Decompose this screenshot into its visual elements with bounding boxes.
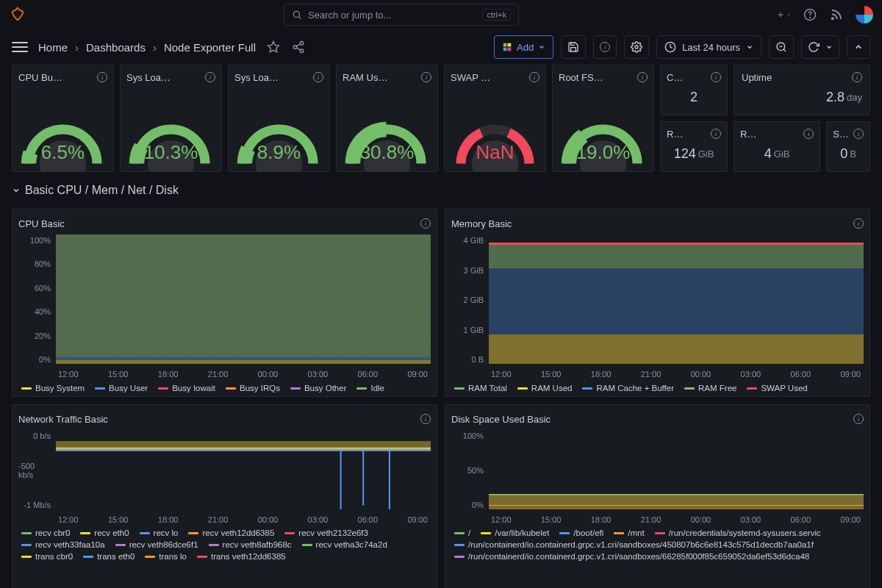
memory-basic-panel[interactable]: Memory Basici 4 GiB3 GiB2 GiB1 GiB0 B 12… — [445, 209, 870, 397]
gauge-panel[interactable]: Sys Loa…i 10.3% — [120, 65, 222, 172]
grafana-logo-icon[interactable] — [9, 6, 26, 24]
cpu-basic-panel[interactable]: CPU Basici 100%80%60%40%20%0% 12:0015:00… — [12, 209, 437, 397]
uptime-stat[interactable]: Uptimei2.8day — [734, 65, 870, 115]
legend-item[interactable]: trans cbr0 — [21, 552, 73, 561]
legend-item[interactable]: RAM Total — [454, 383, 507, 393]
legend-swatch — [21, 544, 32, 546]
rss-icon[interactable] — [829, 7, 844, 22]
user-avatar[interactable] — [856, 6, 873, 24]
panel-title: Root FS… — [559, 72, 633, 83]
favorite-star-icon[interactable] — [266, 40, 281, 54]
global-search-input[interactable]: Search or jump to... ctrl+k — [284, 4, 519, 26]
info-icon[interactable]: i — [711, 72, 721, 82]
gauge-panel[interactable]: CPU Bu…i 6.5% — [12, 65, 114, 172]
panel-icon — [502, 42, 512, 52]
info-icon[interactable]: i — [803, 129, 814, 139]
info-icon[interactable]: i — [853, 129, 864, 139]
legend-swatch — [21, 387, 32, 390]
legend-item[interactable]: RAM Free — [684, 383, 736, 393]
dashboard-insights-button[interactable]: i — [593, 35, 617, 59]
rootfs-stat[interactable]: R…i124GiB — [660, 121, 728, 172]
legend-item[interactable]: recv veth2132e6f3 — [284, 528, 368, 537]
network-basic-panel[interactable]: Network Traffic Basici 0 b/s-500 kb/s-1 … — [12, 404, 437, 588]
legend-item[interactable]: recv vetha3c74a2d — [302, 540, 387, 549]
legend-item[interactable]: recv cbr0 — [21, 528, 70, 537]
gauge-panel[interactable]: RAM Us…i 30.8% — [336, 65, 438, 172]
info-icon[interactable]: i — [420, 414, 431, 424]
swap-total-stat[interactable]: S…i0B — [826, 121, 870, 172]
collapse-button[interactable] — [847, 35, 870, 59]
section-header[interactable]: Basic CPU / Mem / Net / Disk — [12, 179, 870, 201]
info-icon[interactable]: i — [852, 72, 862, 82]
svg-rect-14 — [508, 43, 512, 47]
legend-item[interactable]: /mnt — [614, 528, 644, 537]
legend-item[interactable]: SWAP Used — [747, 383, 807, 393]
breadcrumb-dashboards[interactable]: Dashboards — [86, 41, 146, 54]
panel-title: Memory Basic — [451, 218, 849, 229]
settings-button[interactable] — [624, 35, 649, 59]
legend-swatch — [302, 544, 312, 546]
legend-item[interactable]: recv eth0 — [80, 528, 129, 537]
info-icon[interactable]: i — [313, 72, 323, 82]
share-icon[interactable] — [291, 40, 306, 54]
legend-item[interactable]: recv veth33faa10a — [21, 540, 105, 549]
legend-swatch — [21, 532, 32, 534]
legend-item[interactable]: Idle — [356, 383, 384, 393]
legend-item[interactable]: Busy Iowait — [158, 383, 215, 393]
gauge-panel[interactable]: SWAP …i NaN — [444, 65, 546, 172]
legend-item[interactable]: RAM Cache + Buffer — [582, 383, 674, 393]
gauge-panel[interactable]: Root FS…i 19.0% — [552, 65, 654, 172]
legend-item[interactable]: recv veth12dd6385 — [188, 528, 274, 537]
zoom-out-icon — [775, 41, 787, 53]
legend-item[interactable]: Busy User — [95, 383, 148, 393]
legend-item[interactable]: trans lo — [145, 552, 187, 561]
info-icon[interactable]: i — [853, 414, 864, 424]
panel-title: Disk Space Used Basic — [451, 414, 849, 425]
menu-toggle-button[interactable] — [12, 39, 28, 55]
legend-item[interactable]: trans veth12dd6385 — [197, 552, 286, 561]
info-icon[interactable]: i — [421, 72, 431, 82]
add-menu-button[interactable] — [776, 7, 791, 22]
legend-swatch — [80, 532, 90, 534]
gauge-row: CPU Bu…i 6.5% Sys Loa…i 10.3% Sys Loa…i — [12, 65, 870, 172]
save-button[interactable] — [561, 35, 586, 59]
ram-total-stat[interactable]: R…i4GiB — [734, 121, 820, 172]
legend-item[interactable]: /run/credentials/systemd-sysusers.servic — [655, 528, 821, 537]
add-panel-button[interactable]: Add — [494, 35, 553, 59]
disk-basic-panel[interactable]: Disk Space Used Basici 100%50%0% 12:0015… — [445, 404, 870, 588]
time-range-picker[interactable]: Last 24 hours — [656, 35, 761, 59]
legend-item[interactable]: recv veth86dce6f1 — [115, 540, 198, 549]
legend-swatch — [582, 387, 592, 390]
legend-swatch — [83, 556, 93, 558]
chevron-right-icon: › — [153, 41, 157, 54]
info-icon[interactable]: i — [637, 72, 648, 82]
svg-rect-13 — [503, 43, 507, 47]
legend-item[interactable]: Busy System — [21, 383, 85, 393]
zoom-out-button[interactable] — [769, 35, 794, 59]
info-icon[interactable]: i — [420, 218, 431, 229]
panel-title: SWAP … — [451, 72, 525, 83]
info-icon[interactable]: i — [853, 218, 864, 229]
legend-swatch — [21, 556, 32, 558]
legend-item[interactable]: /run/containerd/io.containerd.grpc.v1.cr… — [454, 552, 809, 561]
legend-item[interactable]: / — [454, 528, 470, 537]
info-icon[interactable]: i — [205, 72, 215, 82]
info-icon[interactable]: i — [529, 72, 539, 82]
legend-item[interactable]: /var/lib/kubelet — [481, 528, 549, 537]
legend-item[interactable]: /boot/efi — [559, 528, 603, 537]
gauge-panel[interactable]: Sys Loa…i 8.9% — [228, 65, 330, 172]
legend-item[interactable]: recv veth8afb968c — [209, 540, 292, 549]
legend-item[interactable]: Busy Other — [290, 383, 347, 393]
help-icon[interactable] — [803, 7, 817, 22]
legend-item[interactable]: RAM Used — [517, 383, 573, 393]
legend-item[interactable]: recv lo — [140, 528, 179, 537]
info-icon[interactable]: i — [711, 129, 721, 139]
legend-item[interactable]: trans eth0 — [83, 552, 135, 561]
legend-swatch — [284, 532, 295, 534]
breadcrumb-home[interactable]: Home — [38, 41, 68, 54]
legend-item[interactable]: Busy IRQs — [226, 383, 280, 393]
legend-item[interactable]: /run/containerd/io.containerd.grpc.v1.cr… — [454, 540, 814, 549]
cpu-cores-stat[interactable]: C…i2 — [660, 65, 728, 115]
info-icon[interactable]: i — [97, 72, 107, 82]
refresh-button[interactable] — [801, 35, 839, 59]
